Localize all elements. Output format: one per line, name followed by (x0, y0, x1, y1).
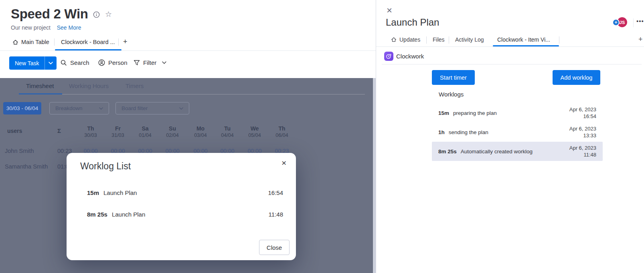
worklog-duration: 1h (438, 129, 445, 135)
tab-activity-log[interactable]: Activity Log (455, 36, 484, 43)
worklog-time: 11:48 (269, 211, 283, 218)
modal-title: Worklog List (80, 161, 131, 172)
breakdown-select[interactable]: Breakdown (49, 102, 109, 114)
home-icon (12, 39, 18, 45)
worklog-list-modal: Worklog List × 15m Launch Plan 16:54 8m … (67, 153, 296, 260)
worklog-description: sending the plan (449, 129, 488, 135)
header-divider (633, 18, 634, 27)
new-task-label: New Task (9, 56, 45, 70)
worklog-duration: 8m 25s (438, 149, 457, 155)
worklog-date: Apr 6, 2023 (569, 145, 596, 151)
more-options-icon[interactable]: ••• (636, 18, 644, 24)
worklog-time: 13:33 (583, 132, 596, 139)
start-timer-button[interactable]: Start timer (432, 70, 475, 85)
tabbar-divider (0, 50, 376, 51)
add-view-button[interactable]: + (123, 38, 128, 46)
tab-main-table-label: Main Table (21, 39, 49, 45)
tab-separator (118, 38, 119, 46)
search-label: Search (70, 59, 89, 66)
worklog-entry[interactable]: 15m Launch Plan 16:54 (67, 188, 296, 197)
worklog-date: Apr 6, 2023 (569, 126, 596, 132)
clockwork-app-icon (384, 52, 393, 61)
worklog-duration: 15m (438, 110, 449, 116)
add-worklog-button[interactable]: Add worklog (553, 70, 600, 85)
filter-label: Filter (143, 59, 156, 66)
person-label: Person (108, 59, 128, 66)
panel-close-icon[interactable]: × (387, 6, 392, 15)
chevron-down-icon (162, 61, 166, 64)
person-icon (98, 59, 105, 66)
tab-separator (559, 36, 559, 44)
board-title: Speed 2 Win (11, 6, 88, 22)
day-column-header: Tu04/04 (214, 125, 241, 138)
worklog-description: Automatically created worklog (461, 149, 533, 155)
search-icon (60, 59, 67, 66)
tab-updates-label: Updates (399, 36, 420, 43)
worklog-duration: 15m (87, 189, 99, 196)
day-column-header: Th30/03 (77, 125, 104, 138)
tab-files[interactable]: Files (433, 36, 445, 43)
board-filter-select-value: Board filter (122, 105, 148, 111)
tab-clockwork-board[interactable]: Clockwork - Board ... (61, 39, 115, 45)
filter-funnel-icon (134, 60, 140, 66)
board-description: Our new project (11, 24, 51, 31)
tab-clockwork-item[interactable]: Clockwork - Item Vi... (497, 36, 550, 43)
tab-updates[interactable]: Updates (391, 36, 420, 43)
worklog-duration: 8m 25s (87, 211, 107, 218)
worklog-datetime: Apr 6, 2023 13:33 (569, 125, 596, 139)
worklog-datetime: Apr 6, 2023 11:48 (569, 145, 596, 158)
worklogs-heading: Worklogs (439, 91, 464, 98)
new-task-button[interactable]: New Task (9, 56, 57, 70)
tab-timesheet[interactable]: Timesheet (26, 82, 54, 89)
person-filter-button[interactable]: Person (98, 59, 128, 66)
favorite-star-icon[interactable]: ☆ (105, 10, 112, 19)
filter-button[interactable]: Filter (134, 59, 166, 66)
page-scrollbar-strip[interactable] (373, 78, 376, 273)
worklog-time: 16:54 (583, 113, 596, 119)
timesheet-tabs-divider (19, 94, 365, 94)
modal-close-button[interactable]: Close (259, 240, 290, 255)
search-button[interactable]: Search (60, 59, 89, 66)
tab-main-table[interactable]: Main Table (12, 39, 49, 45)
item-detail-panel: × Launch Plan JS + ••• Updates Files Act… (376, 0, 644, 273)
app-window: Speed 2 Win ☆ Our new project See More M… (0, 0, 644, 273)
tab-activity-log-label: Activity Log (455, 36, 484, 43)
timesheet-active-underline (19, 93, 62, 94)
clockwork-app-name: Clockwork (396, 53, 424, 60)
sum-column-header: Σ (57, 127, 61, 134)
item-title: Launch Plan (386, 17, 439, 28)
worklog-date: Apr 6, 2023 (569, 106, 596, 112)
worklog-row-highlighted[interactable]: 8m 25s Automatically created worklog Apr… (432, 142, 603, 161)
tab-files-label: Files (433, 36, 445, 43)
user-row-name: John Smith (5, 148, 34, 154)
worklog-task: Launch Plan (103, 189, 137, 196)
panel-tabbar-divider (376, 46, 644, 47)
tab-separator (449, 36, 449, 44)
users-column-header: users (7, 128, 22, 134)
add-assignee-badge[interactable]: + (612, 19, 620, 26)
new-task-dropdown[interactable] (45, 56, 57, 70)
panel-active-tab-underline (493, 45, 559, 46)
day-column-header: Th06/04 (268, 125, 296, 138)
day-column-header: Su02/04 (159, 125, 186, 138)
worklog-entry[interactable]: 8m 25s Launch Plan 11:48 (67, 210, 296, 219)
worklog-row[interactable]: 1h sending the plan Apr 6, 2023 13:33 (432, 122, 603, 142)
date-range-button[interactable]: 30/03 - 06/04 (3, 102, 41, 114)
worklog-time: 16:54 (268, 189, 283, 196)
board-filter-select[interactable]: Board filter (115, 102, 189, 114)
tab-clockwork-board-label: Clockwork - Board ... (61, 39, 115, 45)
home-icon (391, 37, 397, 42)
board-subtitle-row: Our new project See More (11, 24, 81, 31)
see-more-link[interactable]: See More (57, 24, 81, 31)
clockwork-divider (382, 64, 642, 64)
day-column-header: Fr31/03 (104, 125, 132, 138)
add-view-button[interactable]: + (638, 35, 643, 44)
chevron-down-icon (179, 107, 183, 110)
worklog-description: preparing the plan (453, 110, 497, 116)
tab-timers[interactable]: Timers (126, 82, 144, 89)
tab-working-hours[interactable]: Working Hours (69, 82, 109, 89)
modal-close-icon[interactable]: × (281, 158, 286, 168)
worklog-row[interactable]: 15m preparing the plan Apr 6, 2023 16:54 (432, 103, 603, 122)
worklog-task: Launch Plan (112, 211, 145, 218)
info-icon[interactable] (93, 11, 100, 18)
